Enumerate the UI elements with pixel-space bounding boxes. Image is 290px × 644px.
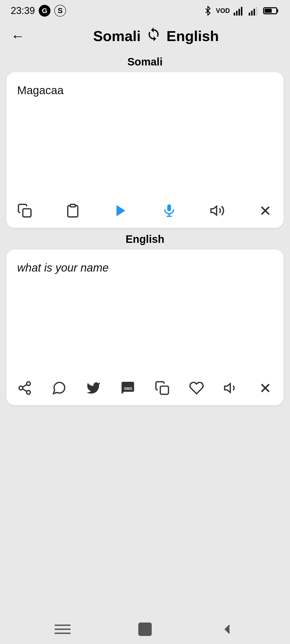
svg-rect-6 [253, 9, 255, 16]
status-bar: 23:39 G S VOD [0, 0, 290, 21]
svg-rect-31 [55, 629, 71, 630]
svg-rect-26 [160, 386, 168, 394]
svg-line-23 [23, 389, 27, 391]
menu-button[interactable] [55, 621, 71, 637]
sms-button[interactable]: SMS [120, 380, 135, 396]
source-volume-button[interactable] [210, 203, 225, 218]
favorite-button[interactable] [189, 380, 204, 396]
signal-icon-1 [233, 6, 245, 16]
source-language-label[interactable]: Somali [93, 28, 141, 44]
swap-languages-button[interactable] [146, 27, 161, 45]
whatsapp-button[interactable] [52, 380, 67, 396]
translate-button[interactable] [113, 203, 128, 218]
svg-rect-12 [70, 204, 75, 207]
clipboard-button[interactable] [65, 203, 80, 218]
g-app-icon: G [39, 5, 50, 17]
copy-button[interactable] [17, 203, 32, 218]
translated-text: what is your name [17, 259, 273, 375]
svg-rect-0 [234, 13, 235, 16]
svg-marker-17 [211, 206, 216, 215]
svg-rect-4 [249, 13, 250, 16]
svg-rect-10 [265, 9, 272, 13]
svg-rect-2 [238, 9, 240, 16]
battery-icon [263, 6, 279, 16]
source-section-label: Somali [0, 50, 290, 72]
bluetooth-icon [203, 6, 213, 16]
back-nav-button[interactable] [219, 621, 235, 637]
target-actions: SMS [17, 375, 273, 396]
svg-rect-1 [236, 11, 237, 16]
svg-point-22 [27, 390, 30, 394]
svg-point-20 [27, 382, 30, 386]
status-left: 23:39 G S [11, 5, 66, 17]
target-card: what is your name [6, 250, 284, 405]
svg-rect-30 [55, 625, 71, 626]
signal-icon-2 [248, 6, 260, 16]
svg-rect-9 [277, 9, 278, 12]
target-copy-button[interactable] [155, 380, 170, 396]
network-badge: VOD [216, 7, 230, 14]
twitter-button[interactable] [86, 380, 101, 396]
svg-rect-3 [241, 7, 242, 16]
source-actions [17, 198, 273, 218]
microphone-button[interactable] [162, 203, 177, 218]
status-time: 23:39 [11, 5, 35, 16]
status-right-icons: VOD [203, 6, 279, 16]
s-app-icon: S [54, 5, 66, 17]
target-volume-button[interactable] [223, 380, 238, 396]
bottom-nav [0, 614, 290, 644]
svg-line-24 [23, 385, 27, 387]
target-section-label: English [0, 228, 290, 250]
svg-rect-33 [139, 623, 151, 635]
svg-rect-11 [23, 209, 31, 217]
svg-rect-14 [167, 204, 171, 211]
source-card: Magacaa [6, 72, 284, 228]
source-text[interactable]: Magacaa [17, 82, 273, 198]
target-close-button[interactable] [258, 380, 273, 396]
share-button[interactable] [17, 380, 32, 396]
svg-marker-27 [225, 384, 230, 393]
svg-rect-32 [55, 633, 71, 634]
back-button[interactable]: ← [11, 28, 25, 44]
svg-rect-7 [256, 7, 257, 16]
svg-marker-13 [117, 205, 125, 216]
source-close-button[interactable] [258, 203, 273, 218]
language-selector: Somali English [33, 27, 279, 45]
target-language-label[interactable]: English [166, 28, 219, 44]
svg-text:SMS: SMS [124, 386, 132, 391]
home-button[interactable] [137, 621, 153, 637]
header: ← Somali English [0, 21, 290, 50]
svg-point-21 [19, 386, 23, 390]
svg-rect-5 [251, 11, 252, 16]
